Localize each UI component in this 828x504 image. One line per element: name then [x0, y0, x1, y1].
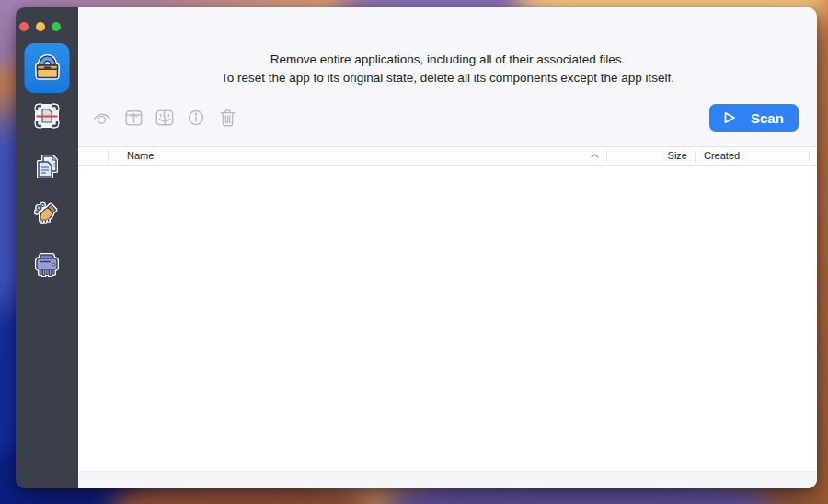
sidebar-item-duplicates[interactable] — [30, 150, 63, 183]
window-controls — [19, 22, 61, 31]
desktop: Remove entire applications, including al… — [0, 0, 828, 504]
sidebar-item-uninstaller[interactable] — [25, 43, 70, 93]
shredder-icon — [30, 248, 63, 281]
column-label-created: Created — [704, 150, 740, 161]
instructions-line1: Remove entire applications, including al… — [78, 51, 817, 69]
scan-button-label: Scan — [751, 110, 784, 126]
column-label-size: Size — [668, 150, 687, 161]
table-header: Name Size Created — [78, 146, 817, 166]
column-header-stub — [810, 150, 817, 162]
sidebar-item-shredder[interactable] — [30, 248, 63, 281]
eye-icon — [93, 110, 111, 126]
sidebar-item-cleaner[interactable] — [30, 200, 63, 233]
instructions-line2: To reset the app to its original state, … — [78, 69, 817, 87]
app-list[interactable] — [78, 166, 817, 471]
column-header-created[interactable]: Created — [696, 150, 810, 162]
open-app-button[interactable] — [124, 108, 143, 128]
column-header-size[interactable]: Size — [607, 150, 696, 162]
column-label-name: Name — [127, 150, 154, 162]
instructions: Remove entire applications, including al… — [78, 51, 817, 87]
sidebar — [16, 7, 78, 488]
app-window: Remove entire applications, including al… — [16, 7, 817, 488]
chevron-up-icon — [591, 154, 599, 158]
app-box-icon — [29, 51, 64, 86]
info-icon — [188, 109, 204, 126]
status-bar — [78, 471, 817, 488]
scan-button[interactable]: Scan — [709, 104, 799, 132]
trash-icon — [220, 109, 236, 127]
play-icon — [723, 111, 736, 124]
zoom-button[interactable] — [52, 22, 61, 31]
open-app-icon — [125, 109, 143, 126]
toolbar: Scan — [78, 102, 817, 133]
column-header-name[interactable]: Name — [109, 150, 607, 162]
reveal-in-finder-button[interactable] — [155, 108, 174, 128]
close-button[interactable] — [19, 22, 29, 31]
main-content: Remove entire applications, including al… — [78, 7, 817, 488]
minimize-button[interactable] — [36, 22, 45, 31]
sidebar-item-file-scanner[interactable] — [30, 99, 63, 132]
documents-icon — [30, 150, 63, 183]
info-button[interactable] — [187, 108, 205, 128]
scanner-icon — [30, 99, 63, 132]
preview-button[interactable] — [93, 108, 111, 128]
column-header-checkbox[interactable] — [78, 150, 109, 162]
broom-icon — [30, 200, 63, 233]
toolbar-actions — [93, 108, 236, 128]
remove-button[interactable] — [218, 108, 236, 128]
finder-icon — [155, 109, 174, 126]
